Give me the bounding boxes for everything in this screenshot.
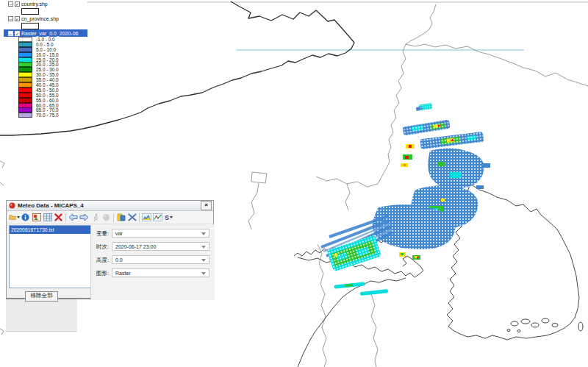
legend-item[interactable]: 45.0 - 50.0 (4, 88, 87, 93)
runner-icon (92, 213, 99, 222)
animate-button[interactable] (90, 212, 101, 223)
arrow-left-icon (68, 213, 78, 221)
line-chart-button[interactable] (152, 212, 163, 223)
legend-item[interactable]: 20.0 - 25.0 (4, 62, 87, 67)
layer-item-province[interactable]: −✓cn_province.shp (4, 15, 87, 22)
map-canvas[interactable] (0, 0, 588, 367)
legend-swatch (18, 113, 32, 118)
dropdown-caret-icon (170, 216, 173, 218)
variable-select[interactable]: var (112, 229, 209, 238)
layer-item-raster[interactable]: −✓Raster_var_0.0_2020-06 (4, 29, 87, 37)
legend-item[interactable]: 15.0 - 20.0 (4, 57, 87, 63)
chevron-down-icon (201, 259, 206, 262)
checkbox-checked-icon[interactable]: ✓ (15, 1, 20, 7)
stop-button[interactable] (101, 212, 112, 223)
graphic-value: Raster (115, 271, 131, 276)
tools-icon (128, 213, 137, 221)
chevron-down-icon (201, 246, 206, 249)
back-button[interactable] (68, 212, 79, 223)
variable-label: 变量: (96, 230, 109, 238)
legend-item[interactable]: 35.0 - 40.0 (4, 77, 87, 82)
palette-icon (117, 213, 126, 221)
app-window: −✓country.shp −✓cn_province.shp −✓Raster… (0, 0, 588, 367)
background-panel (6, 299, 77, 332)
table-button[interactable] (42, 212, 53, 223)
legend-item[interactable]: 0.0 - 5.0 (4, 42, 87, 47)
graphic-select[interactable]: Raster (112, 268, 209, 277)
checkbox-checked-icon[interactable]: ✓ (15, 16, 20, 21)
legend-item[interactable]: 50.0 - 55.0 (4, 93, 87, 98)
line-chart-icon (153, 213, 162, 221)
image-button[interactable] (31, 212, 42, 223)
time-label: 时次: (96, 243, 109, 251)
s-menu-button[interactable]: S (163, 212, 174, 223)
arrow-right-icon (79, 213, 89, 221)
legend-item[interactable]: 60.0 - 65.0 (4, 103, 87, 108)
legend-range-label: 70.0 - 75.0 (36, 113, 59, 118)
toolbar-separator (139, 213, 140, 222)
collapse-icon[interactable]: − (8, 16, 13, 21)
legend-item[interactable]: 5.0 - 10.0 (4, 47, 87, 52)
graphic-label: 图形: (96, 270, 109, 277)
layer-item-country[interactable]: −✓country.shp (4, 0, 87, 7)
stop-icon (102, 213, 110, 221)
delete-x-icon (54, 213, 62, 221)
dialog-titlebar[interactable]: Meteo Data - MICAPS_4 × (7, 201, 213, 211)
time-value: 2020-06-17 23:00 (115, 244, 156, 249)
close-icon[interactable]: × (201, 201, 212, 210)
layer-label: country.shp (21, 1, 48, 7)
polygon-swatch (21, 23, 39, 29)
dialog-body: 20200616T1730.txt 移除全部 变量: var 时次: 2020-… (7, 224, 213, 300)
layer-symbol-province (4, 22, 87, 29)
toolbar-separator (65, 213, 66, 222)
layer-panel: −✓country.shp −✓cn_province.shp −✓Raster… (4, 0, 87, 125)
layer-label: Raster_var_0.0_2020-06 (21, 31, 78, 36)
remove-all-button[interactable]: 移除全部 (25, 291, 58, 302)
tools-button[interactable] (126, 212, 137, 223)
height-select[interactable]: 0.0 (112, 255, 209, 264)
app-icon (9, 202, 15, 209)
layer-symbol-country (4, 7, 87, 15)
chevron-down-icon (201, 272, 206, 275)
delete-button[interactable] (53, 212, 64, 223)
image-icon (32, 213, 41, 221)
dialog-toolbar: S (7, 211, 213, 224)
info-icon (21, 213, 29, 221)
legend-item[interactable]: 10.0 - 15.0 (4, 52, 87, 57)
dialog-form: 变量: var 时次: 2020-06-17 23:00 高度: (90, 224, 215, 300)
area-chart-button[interactable] (141, 212, 152, 223)
legend-item[interactable]: 55.0 - 60.0 (4, 98, 87, 103)
legend-item[interactable]: 25.0 - 30.0 (4, 67, 87, 72)
file-list[interactable]: 20200616T1730.txt (9, 225, 91, 288)
height-label: 高度: (96, 257, 109, 264)
chevron-down-icon (201, 232, 206, 235)
forward-button[interactable] (79, 212, 90, 223)
palette-button[interactable] (115, 212, 126, 223)
legend-item[interactable]: 65.0 - 70.0 (4, 107, 87, 113)
toolbar-separator (113, 213, 114, 222)
legend-item[interactable]: 30.0 - 35.0 (4, 72, 87, 77)
dialog-title: Meteo Data - MICAPS_4 (18, 202, 201, 209)
time-select[interactable]: 2020-06-17 23:00 (112, 242, 209, 251)
table-icon (43, 213, 52, 221)
legend-item[interactable]: -1.0 - 0.0 (4, 37, 87, 42)
variable-value: var (115, 231, 123, 236)
height-value: 0.0 (115, 257, 123, 263)
legend-item[interactable]: 70.0 - 75.0 (4, 113, 87, 118)
layer-label: cn_province.shp (21, 16, 59, 21)
collapse-icon[interactable]: − (8, 1, 13, 7)
s-glyph: S (165, 214, 169, 221)
area-chart-icon (142, 213, 151, 221)
info-button[interactable] (20, 212, 31, 223)
checkbox-checked-icon[interactable]: ✓ (15, 31, 20, 36)
meteo-data-dialog: Meteo Data - MICAPS_4 × (6, 200, 214, 299)
open-file-button[interactable] (9, 212, 20, 223)
collapse-icon[interactable]: − (8, 31, 13, 36)
file-list-item[interactable]: 20200616T1730.txt (10, 226, 90, 234)
province-border-lines (0, 4, 588, 367)
folder-icon (9, 213, 16, 221)
legend-item[interactable]: 40.0 - 45.0 (4, 82, 87, 88)
polygon-swatch (21, 8, 39, 15)
